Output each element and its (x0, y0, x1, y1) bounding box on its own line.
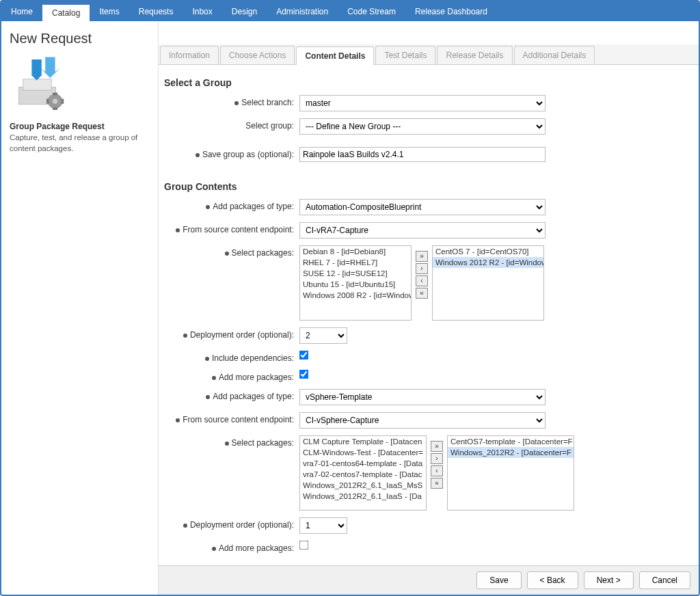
select-source-endpoint-2[interactable]: CI-vSphere-Capture (299, 412, 546, 429)
move-right-icon[interactable]: › (416, 263, 428, 274)
checkbox-add-more-1[interactable] (299, 370, 309, 379)
nav-requests[interactable]: Requests (129, 2, 183, 21)
list-item[interactable]: CentOS 7 - [id=CentOS70] (433, 246, 543, 257)
label-include-deps: Include dependencies: (163, 351, 299, 363)
form-tabs: Information Choose Actions Content Detai… (159, 44, 699, 65)
transfer-buttons-1: » › ‹ « (416, 251, 428, 299)
nav-admin[interactable]: Administration (267, 2, 338, 21)
label-add-more-1: Add more packages: (163, 370, 299, 382)
checkbox-include-deps[interactable] (299, 351, 309, 360)
list-item[interactable]: CentOS7-template - [Datacenter=F (448, 436, 574, 447)
tab-release-details[interactable]: Release Details (437, 46, 512, 64)
list-item[interactable]: Debian 8 - [id=Debian8] (300, 246, 411, 257)
nav-codestream[interactable]: Code Stream (338, 2, 405, 21)
next-button[interactable]: Next > (584, 571, 634, 589)
available-packages-1[interactable]: Debian 8 - [id=Debian8] RHEL 7 - [id=RHE… (299, 245, 412, 321)
selected-packages-1[interactable]: CentOS 7 - [id=CentOS70] Windows 2012 R2… (432, 245, 544, 321)
main-panel: Information Choose Actions Content Detai… (159, 21, 699, 595)
form-area: Select a Group Select branch: master Sel… (159, 65, 699, 565)
list-item[interactable]: Windows_2012R2_6.1_IaaS - [Da (300, 491, 426, 502)
back-button[interactable]: < Back (527, 571, 578, 589)
save-button[interactable]: Save (476, 571, 521, 589)
transfer-buttons-2: » › ‹ « (431, 441, 443, 489)
select-deploy-order-1[interactable]: 2 (299, 327, 347, 344)
svg-rect-9 (62, 99, 64, 104)
svg-rect-1 (23, 79, 51, 90)
tab-test-details[interactable]: Test Details (375, 46, 435, 64)
tab-additional-details[interactable]: Additional Details (514, 46, 595, 64)
move-all-left-icon[interactable]: « (416, 288, 428, 299)
input-save-group-as[interactable] (299, 147, 546, 162)
label-source-endpoint-2: From source content endpoint: (163, 412, 299, 424)
nav-home[interactable]: Home (1, 2, 42, 21)
list-item[interactable]: Ubuntu 15 - [id=Ubuntu15] (300, 279, 411, 290)
move-left-icon[interactable]: ‹ (416, 275, 428, 286)
label-deploy-order-2: Deployment order (optional): (163, 517, 299, 530)
nav-catalog[interactable]: Catalog (42, 3, 90, 21)
select-group[interactable]: --- Define a New Group --- (299, 118, 546, 135)
label-select-packages-2: Select packages: (163, 435, 299, 448)
app-window: Home Catalog Items Requests Inbox Design… (0, 0, 700, 596)
tab-content-details[interactable]: Content Details (296, 46, 374, 65)
select-package-type-1[interactable]: Automation-CompositeBlueprint (299, 199, 546, 215)
section-group-contents: Group Contents (164, 181, 686, 192)
nav-release-dashboard[interactable]: Release Dashboard (405, 2, 497, 21)
top-nav: Home Catalog Items Requests Inbox Design… (1, 2, 699, 21)
list-item[interactable]: Windows 2008 R2 - [id=Window (300, 290, 411, 301)
available-packages-2[interactable]: CLM Capture Template - [Datacen CLM-Wind… (299, 435, 427, 511)
list-item[interactable]: SUSE 12 - [id=SUSE12] (300, 268, 411, 279)
svg-point-5 (53, 99, 57, 104)
label-add-packages-type-1: Add packages of type: (163, 199, 299, 211)
package-group-icon (10, 53, 71, 115)
svg-rect-8 (46, 99, 49, 104)
footer-buttons: Save < Back Next > Cancel (159, 565, 699, 595)
list-item[interactable]: Windows_2012R2 - [Datacenter=F (448, 447, 574, 458)
selected-packages-2[interactable]: CentOS7-template - [Datacenter=F Windows… (447, 435, 574, 511)
move-all-left-icon[interactable]: « (431, 478, 443, 489)
sidebar-title: Group Package Request (10, 122, 150, 131)
page-title: New Request (10, 31, 150, 46)
cancel-button[interactable]: Cancel (639, 571, 690, 589)
svg-marker-3 (40, 57, 60, 78)
label-add-packages-type-2: Add packages of type: (163, 389, 299, 401)
svg-rect-6 (53, 93, 57, 96)
label-deploy-order-1: Deployment order (optional): (163, 327, 299, 340)
nav-inbox[interactable]: Inbox (183, 2, 221, 21)
list-item[interactable]: CLM Capture Template - [Datacen (300, 436, 426, 447)
nav-design[interactable]: Design (222, 2, 267, 21)
label-add-more-2: Add more packages: (163, 541, 299, 553)
select-deploy-order-2[interactable]: 1 (299, 517, 347, 534)
label-select-branch: Select branch: (163, 95, 299, 107)
sidebar-desc: Capture, test, and release a group of co… (10, 133, 150, 154)
list-item[interactable]: RHEL 7 - [id=RHEL7] (300, 257, 411, 268)
list-item[interactable]: vra7-02-centos7-template - [Datac (300, 469, 426, 480)
select-package-type-2[interactable]: vSphere-Template (299, 389, 546, 405)
select-source-endpoint-1[interactable]: CI-vRA7-Capture (299, 222, 546, 239)
move-right-icon[interactable]: › (431, 453, 443, 464)
list-item[interactable]: Windows_2012R2_6.1_IaaS_MsS (300, 480, 426, 491)
label-source-endpoint-1: From source content endpoint: (163, 222, 299, 234)
move-all-right-icon[interactable]: » (431, 441, 443, 452)
list-item[interactable]: vra7-01-centos64-template - [Data (300, 458, 426, 469)
label-select-group: Select group: (163, 118, 299, 131)
move-left-icon[interactable]: ‹ (431, 465, 443, 476)
list-item[interactable]: CLM-Windows-Test - [Datacenter= (300, 447, 426, 458)
label-save-group-as: Save group as (optional): (163, 147, 299, 159)
svg-marker-2 (27, 59, 46, 81)
tab-choose-actions[interactable]: Choose Actions (220, 46, 295, 64)
sidebar: New Request Group Package Request Captur… (1, 21, 159, 595)
label-select-packages-1: Select packages: (163, 245, 299, 258)
section-select-group: Select a Group (164, 77, 686, 88)
select-branch[interactable]: master (299, 95, 546, 111)
tab-information[interactable]: Information (160, 46, 219, 64)
nav-items[interactable]: Items (90, 2, 129, 21)
checkbox-add-more-2[interactable] (299, 541, 309, 550)
svg-rect-7 (53, 107, 57, 110)
move-all-right-icon[interactable]: » (416, 251, 428, 262)
list-item[interactable]: Windows 2012 R2 - [id=Window (433, 257, 543, 268)
